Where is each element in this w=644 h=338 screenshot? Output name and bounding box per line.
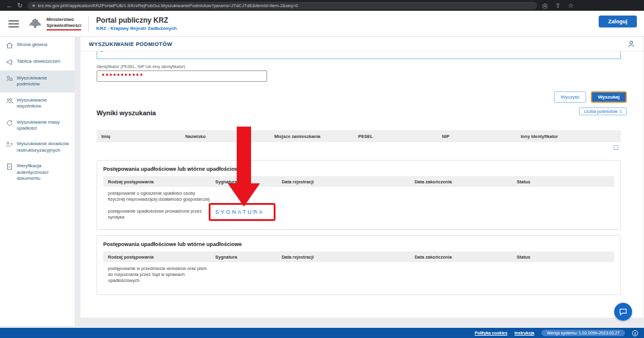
clipped-field-value: * [101,51,103,56]
identifier-label: Identyfikator (PESEL, NIP lub inny ident… [97,64,185,69]
sidebar-item-document-verification[interactable]: Weryfikacja autentyczności dokumentu [0,158,75,186]
sidebar-item-entity-search[interactable]: Wyszukiwanie podmiotów [0,70,75,93]
signature-link[interactable]: SYGNATURA [215,209,264,215]
main-content: WYSZUKIWANIE PODMIOTÓW * Identyfikator (… [80,37,644,318]
col-other-id: Inny Identyfikator [516,134,621,139]
portal-title: Portal publiczny KRZ [96,16,177,24]
col-residence: Miejsce zamieszkania [270,134,354,139]
document-check-icon [6,163,13,170]
clipped-input-field[interactable]: * [97,51,621,59]
sidebar-item-announcements[interactable]: Tablica obwieszczeń [0,54,75,70]
sidebar: Strona główna Tablica obwieszczeń Wyszuk… [0,37,75,326]
footer: Polityka cookies Instrukcja Wersja syste… [0,328,644,338]
table-row: postępowanie upadłościowe prowadzone prz… [103,205,614,223]
share-icon[interactable]: ⇧ [555,0,561,11]
advisor-list-icon [6,141,13,148]
table-row: postępowanie w przedmiocie wniosków oraz… [103,262,614,286]
ministry-name-line2: Sprawiedliwości [47,23,81,28]
chat-bubble-icon [618,307,628,317]
page-title: WYSZUKIWANIE PODMIOTÓW [89,41,172,47]
chat-button[interactable] [614,303,632,321]
bookmark-star-icon[interactable]: ☆ [568,0,574,11]
header-divider [88,16,89,32]
cycle-icon [6,119,13,127]
refresh-icon[interactable]: ↻ [17,0,23,11]
person-table-header: Imię Nazwisko Miejsce zamieszkania PESEL… [97,130,621,142]
ministry-name-line1: Ministerstwo [47,17,81,22]
col-firstname: Imię [97,134,181,139]
clear-button[interactable]: Wyczyść [554,91,586,103]
proceedings-section-2: Postępowania upadłościowe lub wtórne upa… [97,235,621,295]
portal-subtitle: KRZ - Krajowy Rejestr Zadłużonych [96,26,177,31]
back-icon[interactable]: ← [6,0,13,11]
sidebar-item-partner-search[interactable]: Wyszukiwanie wspólników [0,93,75,115]
entity-count-badge: Liczba podmiotów: 1 [579,107,627,115]
ministry-logo: Ministerstwo Sprawiedliwości [27,16,88,32]
col-pesel: PESEL [354,134,438,139]
proceedings-table-header: Rodzaj postępowania Sygnatura Data rejes… [103,176,614,187]
people-icon [6,97,13,105]
user-icon[interactable] [627,40,635,48]
manual-link[interactable]: Instrukcja [515,331,534,335]
proceedings-table-header: Rodzaj postępowania Sygnatura Data rejes… [103,251,614,262]
info-icon[interactable]: i [632,330,638,336]
system-version-badge: Wersja systemu: 1.02.009h-2023.03.27 [541,330,625,336]
megaphone-icon [6,59,13,66]
col-nip: NIP [437,134,516,139]
table-settings-icon[interactable] [614,145,618,150]
sidebar-item-home[interactable]: Strona główna [0,37,75,54]
results-heading: Wyniki wyszukania [97,109,156,116]
app-header: Ministerstwo Sprawiedliwości Portal publ… [0,11,644,37]
identifier-input[interactable] [97,70,267,82]
section-title: Postępowania upadłościowe lub wtórne upa… [103,241,614,247]
cookies-policy-link[interactable]: Polityka cookies [475,331,507,335]
url-text: krz.ms.gov.pl/#!/application/KRZPortalPU… [38,3,298,8]
lock-icon: 🔒︎ [32,2,35,8]
person-search-icon [6,75,13,82]
url-bar[interactable]: 🔒︎ krz.ms.gov.pl/#!/application/KRZPorta… [27,2,537,10]
home-icon [6,42,13,49]
privacy-icon[interactable]: ◎ [542,0,548,11]
table-row: postępowanie o ogłoszenie upadłości osob… [103,187,614,205]
browser-bar: ← ↻ 🔒︎ krz.ms.gov.pl/#!/application/KRZP… [0,0,644,11]
proceedings-section-1: Postępowania upadłościowe lub wtórne upa… [97,160,621,230]
sidebar-item-estate-search[interactable]: Wyszukiwanie masy upadłości [0,115,75,137]
search-button[interactable]: Wyszukaj [591,91,627,103]
menu-icon[interactable] [8,20,19,27]
login-button[interactable]: Zaloguj [599,16,637,27]
eagle-emblem-icon [27,16,43,32]
logo-red-underline [47,29,81,30]
sidebar-item-advisors-search[interactable]: Wyszukiwanie doradców restrukturyzacyjny… [0,136,75,158]
page-titlebar: WYSZUKIWANIE PODMIOTÓW [80,37,643,51]
col-lastname: Nazwisko [181,134,270,139]
section-title: Postępowania upadłościowe lub wtórne upa… [103,166,614,172]
